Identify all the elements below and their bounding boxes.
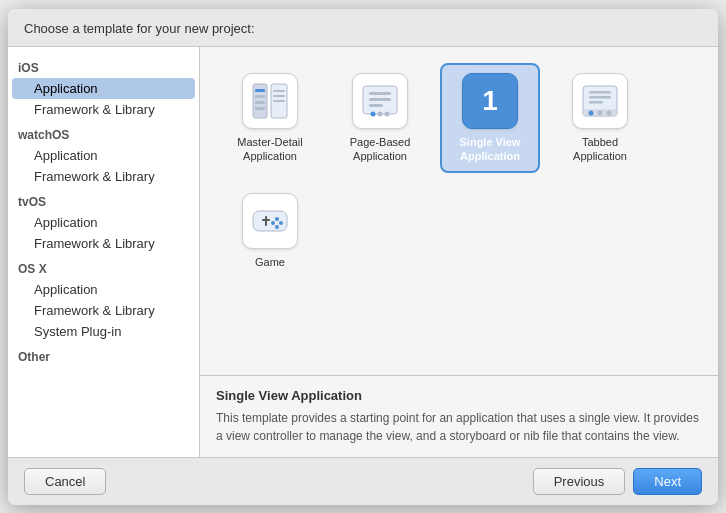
- template-page-based[interactable]: Page-BasedApplication: [330, 63, 430, 174]
- svg-point-19: [598, 110, 603, 115]
- sidebar: iOS Application Framework & Library watc…: [8, 47, 200, 457]
- template-label-game: Game: [255, 255, 285, 269]
- template-icon-game: [242, 193, 298, 249]
- sidebar-section-osx: OS X: [8, 254, 199, 279]
- template-single-view[interactable]: 1 Single ViewApplication: [440, 63, 540, 174]
- svg-rect-6: [273, 90, 285, 92]
- sidebar-section-other: Other: [8, 342, 199, 367]
- svg-rect-14: [369, 98, 391, 101]
- svg-rect-13: [369, 92, 391, 95]
- new-project-dialog: Choose a template for your new project: …: [8, 9, 718, 505]
- svg-rect-22: [589, 96, 611, 99]
- cancel-button[interactable]: Cancel: [24, 468, 106, 495]
- sidebar-item-watchos-framework[interactable]: Framework & Library: [12, 166, 195, 187]
- svg-rect-26: [262, 219, 270, 221]
- svg-rect-4: [255, 101, 265, 104]
- svg-rect-24: [253, 211, 287, 231]
- main-content: Master-DetailApplication: [200, 47, 718, 457]
- single-view-number: 1: [482, 85, 498, 117]
- description-panel: Single View Application This template pr…: [200, 375, 718, 457]
- template-tabbed[interactable]: TabbedApplication: [550, 63, 650, 174]
- svg-point-27: [275, 217, 279, 221]
- template-icon-page-based: [352, 73, 408, 129]
- svg-rect-2: [255, 89, 265, 92]
- svg-point-28: [279, 221, 283, 225]
- sidebar-section-watchos: watchOS: [8, 120, 199, 145]
- svg-rect-3: [255, 95, 265, 98]
- sidebar-section-ios: iOS: [8, 53, 199, 78]
- svg-rect-5: [255, 107, 265, 110]
- template-label-single-view: Single ViewApplication: [460, 135, 521, 164]
- sidebar-item-tvos-framework[interactable]: Framework & Library: [12, 233, 195, 254]
- template-icon-master-detail: [242, 73, 298, 129]
- dialog-title: Choose a template for your new project:: [24, 21, 255, 36]
- templates-grid: Master-DetailApplication: [200, 47, 718, 375]
- description-text: This template provides a starting point …: [216, 409, 702, 445]
- previous-button[interactable]: Previous: [533, 468, 626, 495]
- next-button[interactable]: Next: [633, 468, 702, 495]
- template-icon-single-view: 1: [462, 73, 518, 129]
- sidebar-item-tvos-application[interactable]: Application: [12, 212, 195, 233]
- svg-rect-23: [589, 101, 603, 104]
- template-game[interactable]: Game: [220, 183, 320, 279]
- template-label-tabbed: TabbedApplication: [573, 135, 627, 164]
- svg-point-20: [607, 110, 612, 115]
- svg-point-10: [371, 111, 376, 116]
- svg-rect-21: [589, 91, 611, 94]
- svg-point-11: [378, 111, 383, 116]
- navigation-buttons: Previous Next: [533, 468, 702, 495]
- sidebar-section-tvos: tvOS: [8, 187, 199, 212]
- sidebar-item-osx-framework[interactable]: Framework & Library: [12, 300, 195, 321]
- svg-rect-15: [369, 104, 383, 107]
- svg-rect-8: [273, 100, 285, 102]
- sidebar-item-watchos-application[interactable]: Application: [12, 145, 195, 166]
- svg-point-12: [385, 111, 390, 116]
- svg-rect-7: [273, 95, 285, 97]
- sidebar-item-ios-application[interactable]: Application: [12, 78, 195, 99]
- dialog-body: iOS Application Framework & Library watc…: [8, 47, 718, 457]
- sidebar-item-ios-framework[interactable]: Framework & Library: [12, 99, 195, 120]
- template-icon-tabbed: [572, 73, 628, 129]
- template-label-master-detail: Master-DetailApplication: [237, 135, 302, 164]
- sidebar-item-osx-plugin[interactable]: System Plug-in: [12, 321, 195, 342]
- sidebar-item-osx-application[interactable]: Application: [12, 279, 195, 300]
- template-label-page-based: Page-BasedApplication: [350, 135, 411, 164]
- svg-point-30: [275, 225, 279, 229]
- svg-point-18: [589, 110, 594, 115]
- svg-point-29: [271, 221, 275, 225]
- template-master-detail[interactable]: Master-DetailApplication: [220, 63, 320, 174]
- dialog-header: Choose a template for your new project:: [8, 9, 718, 47]
- dialog-footer: Cancel Previous Next: [8, 457, 718, 505]
- description-title: Single View Application: [216, 388, 702, 403]
